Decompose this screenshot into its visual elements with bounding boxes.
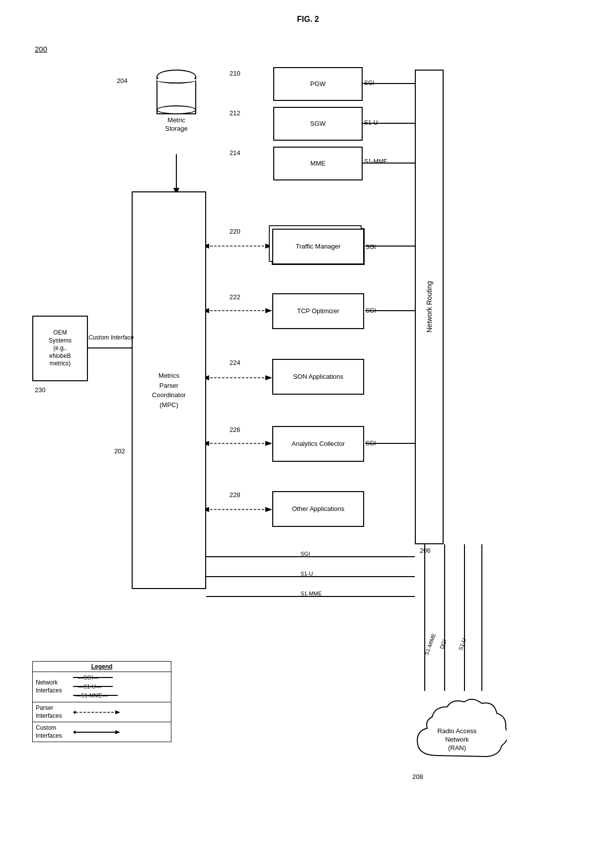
label-220: 220	[230, 228, 240, 235]
svg-marker-18	[265, 441, 272, 446]
label-202: 202	[114, 447, 125, 455]
custom-interface-label: Custom Interface	[88, 334, 134, 341]
svg-marker-46	[115, 710, 120, 714]
son-applications-box: SON Applications	[272, 359, 364, 395]
sgw-interface: S1-U	[364, 119, 378, 126]
dgi-rotated: DGI	[439, 639, 448, 650]
traffic-manager-interface: SGI	[366, 244, 376, 251]
legend-box: Legend NetworkInterfaces —SGI— —S1-U— —S…	[32, 661, 171, 742]
oem-systems-box: OEMSystems(e.g.,eNobeBmetrics)	[32, 316, 88, 381]
svg-marker-45	[73, 710, 76, 714]
svg-marker-12	[265, 308, 272, 313]
svg-text:(RAN): (RAN)	[448, 744, 466, 752]
svg-marker-15	[265, 375, 272, 380]
traffic-manager-label: Traffic Manager	[296, 243, 340, 251]
mme-label: MME	[310, 160, 325, 168]
mpc-box: MetricsParserCoordinator(MPC)	[132, 191, 206, 589]
label-222: 222	[230, 293, 240, 301]
s1mme-rotated: S1-MIME	[423, 632, 437, 656]
label-212: 212	[230, 109, 240, 117]
label-214: 214	[230, 149, 240, 157]
sgi-bottom-label: SGI	[301, 551, 310, 557]
s1mme-bottom-label: S1-MME	[301, 591, 322, 596]
son-applications-label: SON Applications	[293, 373, 343, 381]
analytics-collector-box: Analytics Collector	[272, 426, 364, 462]
s1u-rotated: S1-U	[458, 637, 467, 651]
label-228: 228	[230, 491, 240, 499]
custom-interfaces-label: CustomInterfaces	[36, 724, 73, 740]
svg-text:Network: Network	[445, 736, 469, 743]
label-204: 204	[117, 77, 128, 85]
pgw-box: PGW	[273, 67, 363, 101]
label-226: 226	[230, 426, 240, 433]
svg-marker-21	[265, 507, 272, 512]
custom-interfaces-symbol	[73, 727, 123, 737]
mpc-label: MetricsParserCoordinator(MPC)	[152, 371, 186, 410]
network-routing-label: Network Routing	[425, 281, 433, 333]
other-applications-box: Other Applications	[272, 491, 364, 527]
legend-parser-interfaces: ParserInterfaces	[33, 702, 171, 722]
network-routing-box: Network Routing	[415, 70, 444, 544]
label-208: 208	[412, 773, 423, 780]
label-210: 210	[230, 70, 240, 77]
other-applications-label: Other Applications	[292, 505, 345, 513]
tcp-optimizer-box: TCP Optimizer	[272, 293, 364, 329]
s1u-bottom-label: S1-U	[301, 571, 313, 577]
svg-text:—S1-MME—: —S1-MME—	[76, 692, 108, 698]
legend-network-interfaces: NetworkInterfaces —SGI— —S1-U— —S1-MME—	[33, 672, 171, 702]
metric-storage: MetricStorage	[156, 70, 196, 133]
tcp-optimizer-label: TCP Optimizer	[297, 307, 339, 316]
legend-custom-interfaces: CustomInterfaces	[33, 722, 171, 742]
traffic-manager-box: Traffic Manager	[272, 229, 364, 264]
parser-interfaces-symbol	[73, 707, 123, 717]
network-interfaces-label: NetworkInterfaces	[36, 679, 73, 694]
pgw-interface: SGI	[364, 80, 375, 86]
pgw-label: PGW	[310, 80, 325, 88]
mme-box: MME	[273, 147, 363, 180]
svg-marker-49	[115, 730, 120, 734]
svg-marker-48	[73, 730, 76, 734]
svg-text:—S1-U—: —S1-U—	[78, 683, 101, 689]
legend-title: Legend	[33, 662, 171, 672]
figure-title: FIG. 2	[0, 15, 616, 24]
label-224: 224	[230, 359, 240, 366]
oem-systems-label: OEMSystems(e.g.,eNobeBmetrics)	[49, 329, 72, 368]
ran-cloud: Radio Access Network (RAN)	[407, 691, 507, 772]
mme-interface: S1-MME	[364, 158, 387, 165]
sgw-label: SGW	[310, 120, 325, 128]
network-interfaces-symbol: —SGI— —S1-U— —S1-MME—	[73, 674, 118, 700]
parser-interfaces-label: ParserInterfaces	[36, 704, 73, 720]
label-206: 206	[420, 547, 431, 554]
svg-text:—SGI—: —SGI—	[78, 675, 98, 680]
analytics-collector-label: Analytics Collector	[292, 440, 345, 448]
diagram-number: 200	[35, 45, 47, 53]
diagram-container: FIG. 2 200 Traffic Manager --> TCP Optim…	[0, 0, 616, 849]
sgw-box: SGW	[273, 107, 363, 141]
metric-storage-label: MetricStorage	[165, 116, 188, 133]
svg-text:Radio Access: Radio Access	[438, 727, 477, 735]
tcp-optimizer-interface: SGI	[366, 307, 376, 314]
analytics-interface: SGI	[366, 440, 376, 447]
label-230: 230	[35, 386, 46, 394]
